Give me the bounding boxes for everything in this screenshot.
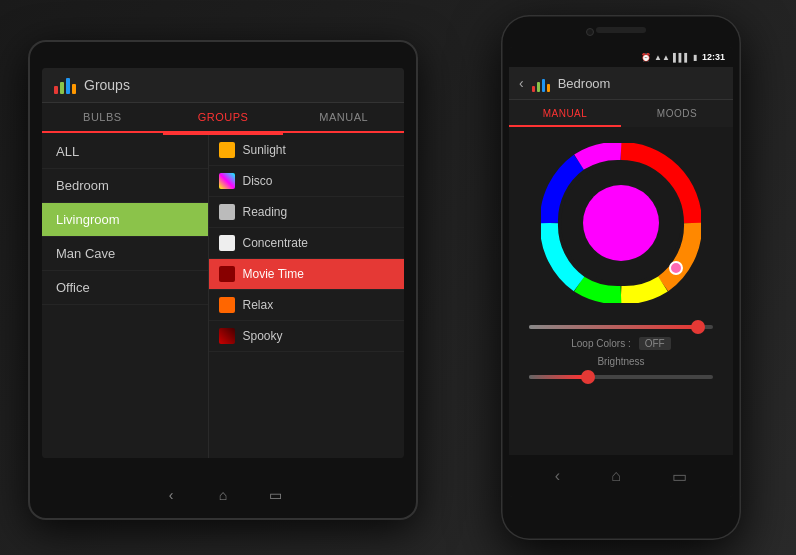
- rainbow-ring-svg: [541, 143, 701, 303]
- loop-slider-track: [529, 325, 713, 329]
- phone-header: ‹ Bedroom: [509, 67, 733, 100]
- phone-camera: [586, 28, 594, 36]
- mood-reading[interactable]: Reading: [209, 197, 404, 228]
- controls-section: Loop Colors : OFF Brightness: [509, 311, 733, 395]
- phone-speaker: [596, 27, 646, 33]
- tab-groups[interactable]: GROUPS: [163, 103, 284, 131]
- mood-concentrate[interactable]: Concentrate: [209, 228, 404, 259]
- mood-color-movie: [219, 266, 235, 282]
- loop-colors-value: OFF: [639, 337, 671, 350]
- phone-nav-bar: ‹ ⌂ ▭: [509, 455, 733, 497]
- loop-slider-thumb[interactable]: [691, 320, 705, 334]
- tablet-screen: Groups BULBS GROUPS MANUAL ALL Bedroom L…: [42, 68, 404, 458]
- list-item-livingroom[interactable]: Livingroom: [42, 203, 208, 237]
- mood-movie-time[interactable]: Movie Time: [209, 259, 404, 290]
- tablet-recents-button[interactable]: ▭: [264, 484, 286, 506]
- brightness-slider-track: [529, 375, 713, 379]
- color-wheel-container: [509, 127, 733, 311]
- phone-nav-back[interactable]: ‹: [555, 467, 560, 485]
- mood-spooky[interactable]: Spooky: [209, 321, 404, 352]
- brightness-label: Brightness: [525, 356, 717, 367]
- tab-underline: [163, 133, 284, 135]
- loop-slider-fill: [529, 325, 695, 329]
- tab-bulbs[interactable]: BULBS: [42, 103, 163, 131]
- groups-list: ALL Bedroom Livingroom Man Cave Office: [42, 135, 209, 458]
- loop-colors-row: Loop Colors : OFF: [525, 337, 717, 350]
- mood-disco[interactable]: Disco: [209, 166, 404, 197]
- time-display: 12:31: [702, 52, 725, 62]
- tablet-back-button[interactable]: ‹: [160, 484, 182, 506]
- tablet-header: Groups: [42, 68, 404, 103]
- groups-icon: [54, 76, 76, 94]
- mood-color-concentrate: [219, 235, 235, 251]
- header-groups-icon: [532, 74, 550, 92]
- phone-status-bar: ⏰ ▲▲ ▌▌▌ ▮ 12:31: [509, 47, 733, 67]
- mood-color-spooky: [219, 328, 235, 344]
- list-item-all[interactable]: ALL: [42, 135, 208, 169]
- phone-device: ⏰ ▲▲ ▌▌▌ ▮ 12:31 ‹ Bedroom: [501, 15, 741, 540]
- scene: Groups BULBS GROUPS MANUAL ALL Bedroom L…: [0, 0, 796, 555]
- signal-icon: ▌▌▌: [673, 53, 690, 62]
- brightness-slider-fill: [529, 375, 584, 379]
- phone-title: Bedroom: [558, 76, 611, 91]
- svg-point-2: [583, 185, 659, 261]
- mood-relax[interactable]: Relax: [209, 290, 404, 321]
- loop-colors-label: Loop Colors :: [571, 338, 630, 349]
- list-item-office[interactable]: Office: [42, 271, 208, 305]
- mood-color-sunlight: [219, 142, 235, 158]
- mood-color-relax: [219, 297, 235, 313]
- tab-manual[interactable]: MANUAL: [283, 103, 404, 131]
- moods-list: Sunlight Disco Reading Concentrate: [209, 135, 404, 458]
- battery-icon: ▮: [693, 53, 697, 62]
- tablet-device: Groups BULBS GROUPS MANUAL ALL Bedroom L…: [28, 40, 418, 520]
- phone-tab-bar: MANUAL MOODS: [509, 100, 733, 127]
- color-wheel[interactable]: [541, 143, 701, 303]
- loop-slider-container: [525, 325, 717, 329]
- phone-nav-recents[interactable]: ▭: [672, 467, 687, 486]
- phone-tab-moods[interactable]: MOODS: [621, 100, 733, 127]
- brightness-slider-thumb[interactable]: [581, 370, 595, 384]
- tab-bar[interactable]: BULBS GROUPS MANUAL: [42, 103, 404, 133]
- status-icons: ⏰ ▲▲ ▌▌▌ ▮ 12:31: [641, 52, 725, 62]
- tablet-home-button[interactable]: ⌂: [212, 484, 234, 506]
- mood-color-disco: [219, 173, 235, 189]
- list-item-mancave[interactable]: Man Cave: [42, 237, 208, 271]
- alarm-icon: ⏰: [641, 53, 651, 62]
- brightness-slider-container: [525, 375, 717, 379]
- phone-tab-bar-container: MANUAL MOODS: [509, 100, 733, 127]
- wifi-icon: ▲▲: [654, 53, 670, 62]
- two-panel: ALL Bedroom Livingroom Man Cave Office S…: [42, 135, 404, 458]
- tablet-nav-bar: ‹ ⌂ ▭: [160, 484, 286, 506]
- mood-sunlight[interactable]: Sunlight: [209, 135, 404, 166]
- tablet-title: Groups: [84, 77, 130, 93]
- tablet-tab-bar: BULBS GROUPS MANUAL: [42, 103, 404, 135]
- mood-color-reading: [219, 204, 235, 220]
- phone-screen: ⏰ ▲▲ ▌▌▌ ▮ 12:31 ‹ Bedroom: [509, 47, 733, 497]
- phone-back-button[interactable]: ‹: [519, 75, 524, 91]
- phone-tab-manual[interactable]: MANUAL: [509, 100, 621, 127]
- wheel-indicator[interactable]: [669, 261, 683, 275]
- phone-tab-underline: [509, 125, 621, 127]
- phone-nav-home[interactable]: ⌂: [611, 467, 621, 485]
- list-item-bedroom[interactable]: Bedroom: [42, 169, 208, 203]
